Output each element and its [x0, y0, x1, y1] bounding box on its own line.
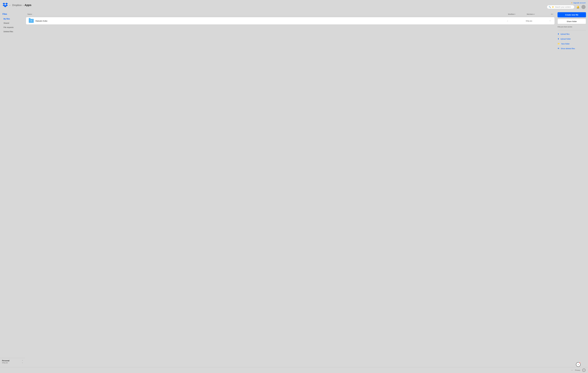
col-name-header[interactable]: Name ↑ — [28, 13, 508, 15]
notifications-button[interactable]: 🔔 — [576, 5, 580, 9]
back-button[interactable]: ‹ — [10, 4, 10, 7]
upload-files-link[interactable]: ⬆ Upload files — [557, 32, 586, 36]
folder-app-icon: ✦ — [29, 19, 34, 23]
sidebar-chevron-icon[interactable]: ⌃⌄ — [22, 360, 23, 363]
right-panel: Create new file Share folder Only you ha… — [556, 10, 588, 367]
breadcrumb: Dropbox › Apps — [12, 3, 31, 7]
sidebar-bottom: Personal Only you ⌃⌄ — [0, 358, 25, 365]
share-folder-button[interactable]: Share folder — [557, 19, 586, 24]
sidebar-file-requests-label: File requests — [3, 26, 13, 28]
upload-files-icon: ⬆ — [557, 33, 559, 35]
col-modified-label: Modified — [508, 13, 514, 15]
sidebar-personal-info: Personal Only you — [2, 360, 9, 364]
file-list-header: Name ↑ Modified ▾ Members ▾ ≡ ▾ — [25, 12, 556, 16]
sidebar: Files My files Shared File requests Dele… — [0, 10, 25, 367]
modified-sort-icon: ▾ — [515, 13, 515, 15]
members-sort-icon: ▾ — [534, 13, 535, 15]
upgrade-star-icon: ★ — [571, 2, 573, 4]
sidebar-my-files-label: My files — [3, 18, 10, 20]
privacy-link[interactable]: Privacy — [575, 369, 580, 371]
file-icon-wrap: ✦ — [29, 19, 34, 23]
topbar-left: ‹ Dropbox › Apps — [2, 3, 31, 8]
bottom-more-button[interactable]: ··· — [571, 369, 573, 372]
search-placeholder: Search your content — [555, 6, 571, 8]
sidebar-item-deleted-files[interactable]: Deleted files — [1, 30, 24, 34]
upload-files-label: Upload files — [560, 33, 569, 35]
sidebar-personal-row: Personal Only you ⌃⌄ — [2, 360, 23, 364]
topbar: ★ Upgrade account ‹ Dropbox › Apps 🔍 📁 S… — [0, 0, 588, 10]
sidebar-item-file-requests[interactable]: File requests — [1, 25, 24, 29]
search-bar[interactable]: 🔍 📁 Search your content — [547, 5, 574, 9]
col-modified-header[interactable]: Modified ▾ — [508, 13, 527, 15]
file-more-button[interactable]: ··· — [548, 19, 552, 22]
name-sort-icon: ↑ — [32, 13, 33, 15]
sidebar-deleted-files-label: Deleted files — [3, 30, 13, 33]
breadcrumb-current: Apps — [24, 3, 31, 7]
show-deleted-label: Show deleted files — [561, 48, 575, 50]
view-sort-icon: ▾ — [552, 13, 553, 15]
new-folder-label: New folder — [561, 43, 570, 45]
file-name: Rakuten Kobo — [35, 20, 507, 22]
col-members-header[interactable]: Members ▾ — [527, 13, 546, 15]
view-icon: ≡ — [551, 13, 552, 15]
col-name-label: Name — [28, 13, 32, 15]
new-folder-link[interactable]: 📁 New folder — [557, 42, 586, 45]
sidebar-section-files: Files — [0, 12, 25, 17]
sync-indicator[interactable]: ✓ — [576, 362, 580, 367]
sidebar-shared-label: Shared — [3, 22, 9, 24]
col-members-label: Members — [527, 13, 534, 15]
col-actions-header[interactable]: ≡ ▾ — [546, 13, 553, 15]
table-row[interactable]: ✦ Rakuten Kobo -- Only you ··· — [26, 17, 555, 24]
create-new-file-button[interactable]: Create new file — [557, 12, 586, 17]
breadcrumb-root[interactable]: Dropbox — [12, 4, 22, 7]
upload-folder-link[interactable]: ⬆ Upload folder — [557, 37, 586, 40]
search-icon: 🔍 — [549, 6, 551, 8]
new-folder-icon: 📁 — [557, 42, 560, 45]
sidebar-item-shared[interactable]: Shared — [1, 21, 24, 25]
sidebar-item-my-files[interactable]: My files — [1, 17, 24, 21]
help-button[interactable]: ? — [582, 369, 586, 372]
file-members: Only you — [526, 20, 545, 22]
access-note: Only you have access — [557, 25, 586, 28]
avatar[interactable] — [581, 5, 586, 9]
main-layout: Files My files Shared File requests Dele… — [0, 10, 588, 367]
show-deleted-icon: 👁 — [557, 47, 559, 50]
topbar-right: 🔍 📁 Search your content 🔔 — [547, 5, 586, 9]
file-modified: -- — [507, 20, 526, 22]
folder-badge-icon: ✦ — [31, 20, 32, 22]
bottombar: ··· Privacy ? — [0, 367, 588, 373]
show-deleted-link[interactable]: 👁 Show deleted files — [557, 47, 586, 50]
search-folder-icon: 📁 — [552, 6, 554, 8]
upload-folder-icon: ⬆ — [557, 38, 559, 40]
content-area: Name ↑ Modified ▾ Members ▾ ≡ ▾ ✦ — [25, 10, 556, 367]
upgrade-link[interactable]: ★ Upgrade account — [571, 2, 586, 4]
notifications-wrap: 🔔 — [576, 5, 580, 9]
breadcrumb-separator: › — [23, 4, 24, 7]
dropbox-logo[interactable] — [2, 3, 8, 8]
upgrade-label: Upgrade account — [573, 2, 586, 4]
file-actions: ··· — [545, 19, 552, 22]
sidebar-personal-label: Personal — [2, 360, 9, 362]
sync-dot — [579, 362, 580, 363]
sync-check-icon: ✓ — [578, 363, 579, 366]
sidebar-personal-sub: Only you — [2, 362, 9, 364]
upload-folder-label: Upload folder — [560, 38, 571, 40]
